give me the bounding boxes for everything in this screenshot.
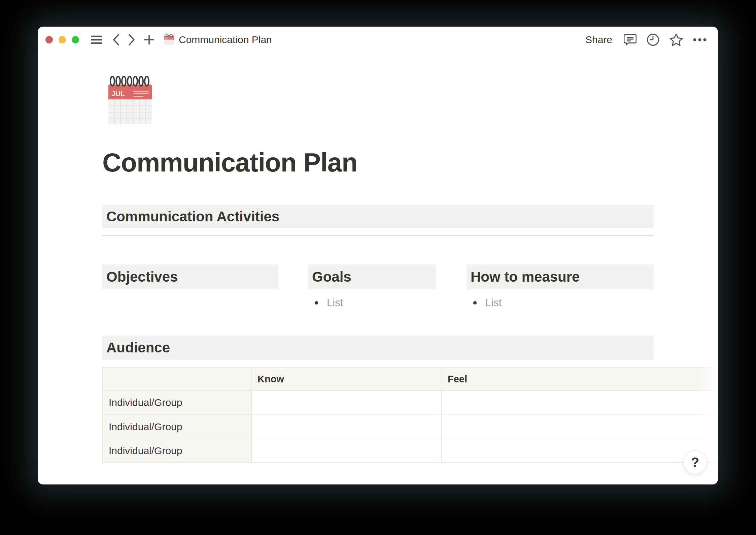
three-column-section: Objectives Goals List How to measure Lis… <box>102 264 654 310</box>
table-cell[interactable] <box>442 439 718 463</box>
new-page-button[interactable] <box>144 34 154 45</box>
heading-communication-activities[interactable]: Communication Activities <box>102 205 654 228</box>
minimize-window-button[interactable] <box>59 36 66 43</box>
list-placeholder: List <box>485 297 502 309</box>
table-cell[interactable] <box>252 391 442 415</box>
star-icon <box>669 33 683 46</box>
back-button[interactable] <box>113 34 119 45</box>
list-item[interactable]: List <box>467 295 654 310</box>
chevron-left-icon <box>113 34 119 45</box>
ellipsis-icon <box>693 38 707 41</box>
column-goals: Goals List <box>308 264 436 310</box>
table-row-label[interactable]: Individual/Group <box>103 391 252 415</box>
comments-button[interactable] <box>624 34 637 46</box>
hamburger-icon <box>91 35 103 44</box>
audience-table-container: Know Feel Individual/Group Individual/Gr… <box>102 367 718 463</box>
table-cell[interactable] <box>252 415 442 439</box>
table-header-cell[interactable] <box>103 368 252 391</box>
bullet-icon <box>315 301 318 305</box>
clock-icon <box>647 33 659 46</box>
titlebar: Communication Plan Share <box>38 27 718 53</box>
table-cell[interactable] <box>442 415 718 439</box>
chevron-right-icon <box>128 34 135 45</box>
share-button[interactable]: Share <box>585 34 612 45</box>
table-header-know[interactable]: Know <box>252 368 442 391</box>
list-placeholder: List <box>327 297 343 309</box>
heading-goals[interactable]: Goals <box>308 264 436 289</box>
page-emoji[interactable] <box>106 74 153 126</box>
spiral-calendar-icon <box>107 74 153 126</box>
doc-calendar-icon <box>164 34 174 45</box>
table-cell[interactable] <box>442 391 718 415</box>
app-window: Communication Plan Share <box>38 27 718 484</box>
list-item[interactable]: List <box>308 295 436 310</box>
favorite-button[interactable] <box>669 33 683 46</box>
plus-icon <box>144 34 154 45</box>
heading-how-to-measure[interactable]: How to measure <box>467 264 654 289</box>
close-window-button[interactable] <box>45 36 53 43</box>
audience-table: Know Feel Individual/Group Individual/Gr… <box>102 367 718 463</box>
divider <box>102 235 654 236</box>
forward-button[interactable] <box>128 34 135 45</box>
column-objectives: Objectives <box>102 264 278 310</box>
bullet-icon <box>473 301 477 305</box>
zoom-window-button[interactable] <box>72 36 79 43</box>
table-cell[interactable] <box>252 439 442 463</box>
heading-audience[interactable]: Audience <box>102 336 654 360</box>
more-options-button[interactable] <box>693 38 707 41</box>
breadcrumb-doc-title[interactable]: Communication Plan <box>179 34 272 45</box>
comment-icon <box>624 34 637 46</box>
column-how-to-measure: How to measure List <box>467 264 654 310</box>
table-header-feel[interactable]: Feel <box>442 368 718 391</box>
table-row-label[interactable]: Individual/Group <box>103 415 252 439</box>
table-row-label[interactable]: Individual/Group <box>103 439 252 463</box>
traffic-lights <box>45 36 79 43</box>
history-button[interactable] <box>647 33 659 46</box>
help-button[interactable]: ? <box>683 450 707 474</box>
heading-objectives[interactable]: Objectives <box>102 264 278 289</box>
page-title[interactable]: Communication Plan <box>102 147 654 178</box>
sidebar-menu-button[interactable] <box>91 35 103 44</box>
